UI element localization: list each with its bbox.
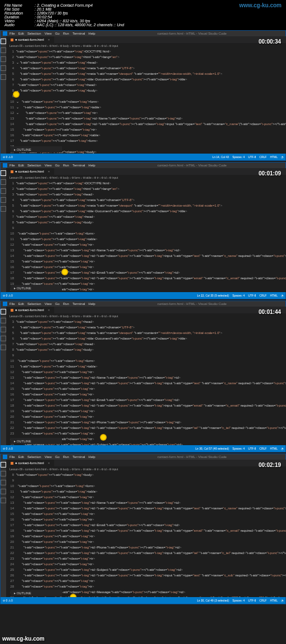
status-item[interactable]: UTF-8 [248,599,256,602]
menu-item[interactable]: Selection [27,32,41,35]
search-icon[interactable] [1,471,6,476]
menu-item[interactable]: Terminal [73,302,85,306]
close-icon[interactable]: × [48,38,50,41]
extensions-icon[interactable] [1,206,6,212]
debug-icon[interactable] [1,65,6,71]
status-item[interactable]: ◔ [281,599,283,602]
debug-icon[interactable] [1,489,6,494]
status-item[interactable]: ◔ [281,294,283,297]
menu-item[interactable]: File [9,302,15,306]
code-area[interactable]: 8910111213141516171819202122232425262728… [6,472,286,597]
menu-item[interactable]: View [45,32,52,35]
status-item[interactable]: HTML [270,155,278,159]
status-item[interactable]: ◔ [281,447,283,450]
menu-item[interactable]: Run [63,32,69,35]
status-item[interactable]: Spaces: 4 [232,447,245,450]
debug-icon[interactable] [1,336,6,341]
status-item[interactable]: UTF-8 [248,294,256,297]
status-item[interactable]: Ln 22, Col 35 (5 selected) [197,294,229,297]
menu-item[interactable]: Terminal [73,32,85,35]
status-item[interactable]: Ln 30, Col 57 (40 selected) [196,447,229,450]
editor-tab[interactable]: ● contact-form.html× [6,460,54,466]
code-lines[interactable]: "t-attr">class="t-punc"><"t-attr">class=… [16,472,286,597]
source-control-icon[interactable] [1,188,6,194]
code-lines[interactable]: "t-attr">class="t-punc"><!"t-attr">class… [16,180,286,292]
source-control-icon[interactable] [1,56,6,62]
status-item[interactable]: HTML [270,599,278,602]
menu-item[interactable]: Edit [18,32,24,35]
menu-item[interactable]: Terminal [73,455,85,459]
status-item[interactable]: ⊘ 0 ⚠ 0 [3,155,13,159]
status-item[interactable]: HTML [270,294,278,297]
menu-item[interactable]: Go [55,455,60,459]
source-control-icon[interactable] [1,480,6,485]
outline-section[interactable]: OUTLINE [11,146,62,152]
menu-item[interactable]: Selection [27,302,41,306]
source-control-icon[interactable] [1,327,6,332]
extensions-icon[interactable] [1,74,6,80]
outline-section[interactable]: OUTLINE [11,438,62,444]
menu-item[interactable]: Help [88,302,95,306]
menu-item[interactable]: File [9,164,15,167]
explorer-icon[interactable] [1,170,6,176]
menu-item[interactable]: Terminal [73,164,85,167]
status-item[interactable]: CRLF [259,294,266,297]
close-icon[interactable]: × [48,170,50,173]
menu-item[interactable]: View [45,455,52,459]
search-icon[interactable] [1,179,6,185]
code-area[interactable]: 3456789101112131415161718192021222324252… [6,319,286,445]
outline-section[interactable]: OUTLINE [11,285,62,291]
debug-icon[interactable] [1,197,6,203]
menu-item[interactable]: Run [63,302,69,306]
editor-tab[interactable]: ● contact-form.html× [6,168,54,175]
close-icon[interactable]: × [48,461,50,465]
breadcrumb[interactable]: Lesson-09 › contact-form.html › ⚙ html ›… [6,466,286,472]
menu-item[interactable]: Go [55,164,60,167]
menu-item[interactable]: File [9,455,15,459]
status-item[interactable]: Ln 14, Col 43 [212,155,229,159]
explorer-icon[interactable] [1,39,6,44]
menu-item[interactable]: Run [63,164,69,167]
status-item[interactable]: CRLF [259,447,266,450]
breadcrumb[interactable]: Lesson-09 › contact-form.html › ⚙ html ›… [6,43,286,49]
status-item[interactable]: ⊘ 0 ⚠ 0 [3,447,13,450]
menu-item[interactable]: Help [88,164,95,167]
close-icon[interactable]: × [48,308,50,312]
status-item[interactable]: Spaces: 4 [232,155,245,159]
extensions-icon[interactable] [1,498,6,503]
status-item[interactable]: Spaces: 4 [232,599,245,602]
menu-item[interactable]: Go [55,302,60,306]
code-area[interactable]: 1234567891011121314151617181920212223242… [6,180,286,292]
search-icon[interactable] [1,47,6,53]
code-lines[interactable]: "t-attr">class="t-punc"><!"t-attr">class… [16,49,286,154]
menu-item[interactable]: Selection [27,164,41,167]
menu-item[interactable]: File [9,32,15,35]
status-item[interactable]: ⊘ 0 ⚠ 0 [3,294,13,297]
code-lines[interactable]: "t-attr">class="t-punc"><"t-attr">class=… [16,319,286,445]
menu-item[interactable]: View [45,302,52,306]
breadcrumb[interactable]: Lesson-09 › contact-form.html › ⚙ html ›… [6,175,286,180]
editor-tab[interactable]: ● contact-form.html× [6,307,54,313]
status-item[interactable]: Ln 30, Col 49 (3 selected) [197,599,229,602]
status-item[interactable]: CRLF [259,155,266,159]
menu-item[interactable]: Go [55,32,60,35]
menu-item[interactable]: Selection [27,455,41,459]
explorer-icon[interactable] [1,309,6,314]
menu-item[interactable]: Help [88,455,95,459]
editor-tab[interactable]: ● contact-form.html× [6,36,54,43]
menu-item[interactable]: Edit [18,302,24,306]
status-item[interactable]: Spaces: 4 [232,294,245,297]
outline-section[interactable]: OUTLINE [11,590,62,596]
status-item[interactable]: HTML [270,447,278,450]
code-area[interactable]: 1234567891011121314151617181920 "t-attr"… [6,49,286,154]
status-item[interactable]: ⊘ 0 ⚠ 0 [3,599,13,602]
search-icon[interactable] [1,318,6,323]
extensions-icon[interactable] [1,345,6,350]
menu-item[interactable]: Run [63,455,69,459]
menu-item[interactable]: Edit [18,455,24,459]
status-item[interactable]: CRLF [259,599,266,602]
menu-item[interactable]: Edit [18,164,24,167]
breadcrumb[interactable]: Lesson-09 › contact-form.html › ⚙ html ›… [6,313,286,319]
menu-item[interactable]: Help [88,32,95,35]
status-item[interactable]: UTF-8 [248,447,256,450]
